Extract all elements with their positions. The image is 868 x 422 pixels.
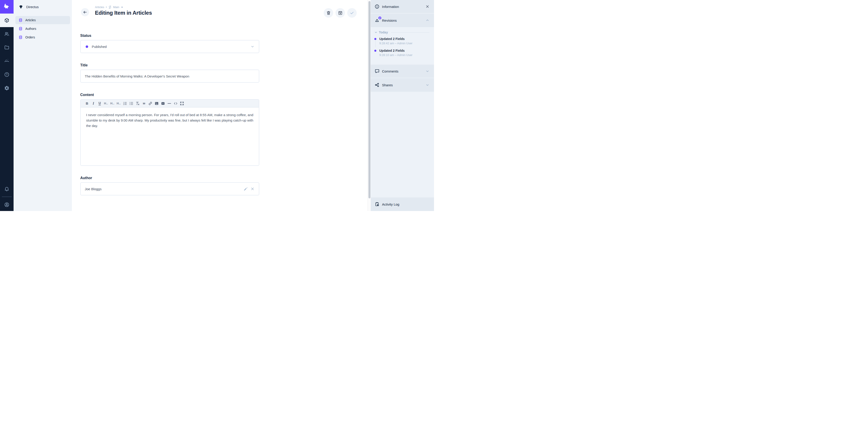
right-sidebar: Information 2 Revisions Today	[371, 0, 434, 211]
delete-button[interactable]	[324, 8, 333, 18]
module-files[interactable]	[0, 41, 13, 54]
deselect-x-icon[interactable]	[250, 187, 255, 191]
revision-entry[interactable]: Updated 2 Fields 9:28:42 am – Admin User	[374, 37, 430, 48]
format-clear-icon[interactable]	[134, 100, 141, 107]
module-users[interactable]	[0, 27, 13, 41]
group-divider-line	[391, 32, 430, 33]
editor-body[interactable]: I never considered myself a morning pers…	[81, 107, 259, 133]
module-insights[interactable]	[0, 54, 13, 68]
users-icon	[4, 31, 9, 37]
field-label: Author	[80, 176, 259, 180]
sidebar-section-activity-log[interactable]: Activity Log	[371, 197, 434, 211]
revisions-group-header[interactable]: Today	[374, 31, 430, 34]
sidebar-filler	[371, 92, 434, 197]
project-header[interactable]: Directus	[13, 0, 72, 13]
fullscreen-icon[interactable]	[179, 100, 185, 107]
underline-icon[interactable]: U	[96, 100, 103, 107]
video-icon[interactable]	[160, 100, 166, 107]
heading-2-icon[interactable]: H..	[109, 100, 116, 107]
revisions-list: Updated 2 Fields 9:28:42 am – Admin User…	[374, 37, 430, 60]
bold-icon[interactable]: B	[84, 100, 90, 107]
check-icon	[349, 10, 354, 15]
collections-list: Articles Authors Orders	[13, 13, 72, 41]
directus-logo[interactable]	[0, 0, 13, 13]
section-label: Information	[382, 5, 399, 8]
breadcrumb-version[interactable]: Main	[113, 6, 119, 9]
back-button[interactable]	[81, 8, 89, 16]
gear-icon	[4, 86, 9, 91]
sidebar-section-revisions[interactable]: 2 Revisions	[371, 13, 434, 27]
field-label: Title	[80, 63, 259, 68]
revisions-icon-wrap: 2	[375, 18, 379, 23]
italic-icon[interactable]: I	[90, 100, 96, 107]
sidebar-section-comments[interactable]: Comments	[371, 65, 434, 78]
expand-comments-button[interactable]	[426, 69, 430, 73]
field-label: Status	[80, 33, 259, 38]
close-sidebar-button[interactable]	[426, 4, 430, 8]
horizontal-rule-icon[interactable]	[166, 100, 173, 107]
breadcrumb-collection[interactable]: Articles	[95, 6, 104, 9]
revision-dot	[374, 38, 376, 40]
link-icon[interactable]	[147, 100, 153, 107]
module-bar: ?	[0, 0, 13, 211]
revision-dot	[374, 50, 376, 52]
ordered-list-icon[interactable]: 123	[122, 100, 128, 107]
svg-text:?: ?	[6, 73, 7, 76]
revision-entry[interactable]: Updated 2 Fields 9:28:10 am – Admin User	[374, 48, 430, 60]
module-help[interactable]: ?	[0, 68, 13, 81]
database-icon	[19, 35, 23, 39]
nav-item-articles[interactable]: Articles	[16, 16, 70, 24]
nav-item-authors[interactable]: Authors	[16, 25, 70, 33]
account-button[interactable]	[0, 198, 13, 211]
main-scrollbar	[368, 0, 371, 211]
archive-icon	[338, 11, 343, 15]
chevron-down-icon	[426, 83, 430, 87]
nav-item-orders[interactable]: Orders	[16, 33, 70, 41]
close-icon	[426, 4, 430, 8]
revision-title: Updated 2 Fields	[379, 37, 412, 41]
field-author: Author Joe Bloggs	[80, 176, 259, 195]
author-relation-field[interactable]: Joe Bloggs	[80, 182, 259, 195]
code-icon[interactable]	[173, 100, 179, 107]
editor-toolbar: B I U H.. H.. H.. 123	[81, 100, 259, 107]
section-label: Activity Log	[382, 202, 399, 206]
sidebar-section-information[interactable]: Information	[371, 0, 434, 13]
status-select[interactable]: Published	[80, 40, 259, 53]
revision-meta: 9:28:42 am – Admin User	[379, 41, 412, 45]
collapse-revisions-button[interactable]	[426, 18, 430, 22]
rabbit-logo-icon	[3, 3, 11, 11]
scrollbar-thumb[interactable]	[368, 1, 370, 198]
revisions-count-badge: 2	[378, 16, 382, 20]
item-form: Status Published Title Content	[80, 33, 259, 195]
header-actions	[324, 8, 357, 18]
breadcrumb-separator: •	[106, 6, 107, 9]
trash-icon	[326, 11, 331, 15]
title-block: Articles • Main Editing Item in Articles	[95, 5, 152, 16]
project-shield-icon	[19, 4, 23, 9]
bullet-list-icon[interactable]	[128, 100, 134, 107]
archive-button[interactable]	[336, 8, 345, 18]
chevron-down-icon[interactable]	[250, 44, 255, 49]
bell-icon	[4, 186, 9, 192]
module-settings[interactable]	[0, 81, 13, 95]
folder-icon	[4, 45, 9, 50]
expand-shares-button[interactable]	[426, 83, 430, 87]
sidebar-section-shares[interactable]: Shares	[371, 78, 434, 92]
chevron-up-icon	[426, 18, 430, 22]
module-content[interactable]	[0, 13, 13, 27]
heading-3-icon[interactable]: H..	[116, 100, 122, 107]
author-value: Joe Bloggs	[85, 187, 101, 191]
notifications-button[interactable]	[0, 183, 13, 195]
heading-1-icon[interactable]: H..	[103, 100, 109, 107]
cube-icon	[4, 18, 9, 23]
save-button[interactable]	[347, 8, 357, 18]
title-input[interactable]	[85, 70, 255, 82]
edit-pencil-icon[interactable]	[243, 187, 248, 191]
wysiwyg-editor: B I U H.. H.. H.. 123	[80, 99, 259, 166]
blockquote-icon[interactable]: ”	[141, 100, 147, 107]
breadcrumb[interactable]: Articles • Main	[95, 5, 152, 9]
revision-dot-column	[374, 48, 377, 57]
page-header: Articles • Main Editing Item in Articles	[72, 0, 368, 18]
title-field[interactable]	[80, 70, 259, 83]
image-icon[interactable]	[153, 100, 160, 107]
